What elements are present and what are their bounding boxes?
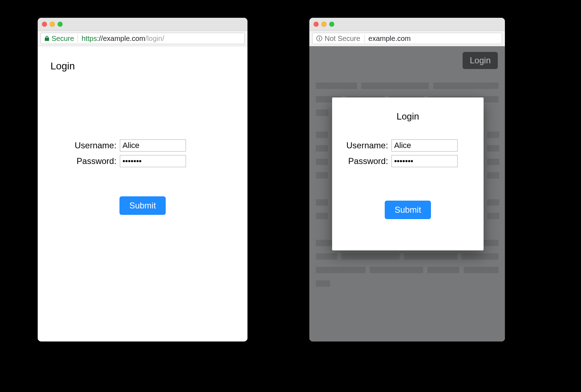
security-label: Secure — [52, 35, 74, 43]
window-zoom-icon[interactable] — [329, 22, 334, 27]
window-zoom-icon[interactable] — [58, 22, 63, 27]
password-field[interactable] — [391, 155, 458, 167]
page-title: Login — [50, 60, 75, 72]
address-bar: Secure https://example.com/login/ — [38, 31, 247, 46]
lock-icon — [44, 36, 49, 41]
address-field[interactable]: Not Secure example.com — [312, 33, 502, 44]
username-field[interactable] — [391, 139, 458, 152]
modal-title: Login — [332, 111, 484, 122]
svg-point-1 — [319, 37, 320, 37]
login-form: Username: Password: — [75, 139, 186, 167]
address-field[interactable]: Secure https://example.com/login/ — [41, 33, 245, 44]
security-indicator: Not Secure — [316, 35, 365, 43]
username-label: Username: — [346, 141, 388, 150]
url-text: https://example.com/login/ — [81, 35, 164, 43]
window-close-icon[interactable] — [42, 22, 47, 27]
titlebar — [38, 18, 247, 31]
password-label: Password: — [75, 156, 116, 166]
submit-button[interactable]: Submit — [385, 201, 431, 219]
security-indicator: Secure — [44, 35, 78, 43]
login-modal: Login Username: Password: Submit — [332, 97, 484, 250]
window-close-icon[interactable] — [314, 22, 319, 27]
password-field[interactable] — [120, 155, 186, 167]
window-minimize-icon[interactable] — [321, 22, 326, 27]
browser-window-insecure: Not Secure example.com — [309, 18, 505, 341]
browser-window-secure: Secure https://example.com/login/ Login … — [38, 18, 247, 341]
titlebar — [309, 18, 505, 31]
login-form: Username: Password: — [346, 139, 458, 167]
security-label: Not Secure — [325, 35, 360, 43]
svg-rect-2 — [319, 38, 320, 40]
password-label: Password: — [346, 156, 388, 166]
page-content: Login Username: Password: Submit — [38, 46, 247, 341]
submit-button[interactable]: Submit — [119, 196, 166, 215]
username-label: Username: — [75, 141, 116, 150]
username-field[interactable] — [120, 139, 186, 152]
page-content: Login Login Username: Password: Submit — [309, 46, 505, 341]
info-icon — [316, 35, 323, 42]
address-bar: Not Secure example.com — [309, 31, 505, 46]
login-button[interactable]: Login — [463, 52, 498, 69]
window-minimize-icon[interactable] — [50, 22, 55, 27]
url-text: example.com — [368, 35, 411, 43]
